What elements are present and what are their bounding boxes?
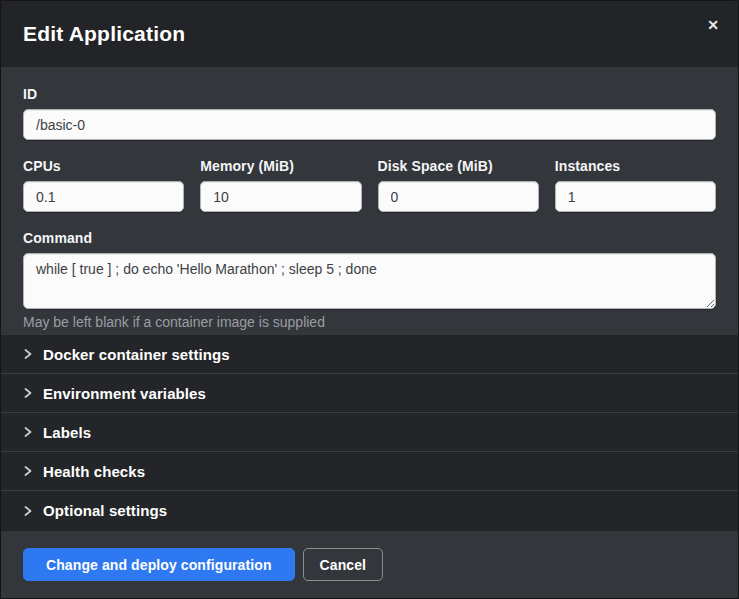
memory-label: Memory (MiB) [200, 158, 361, 174]
disk-input[interactable] [378, 181, 539, 212]
application-form: ID CPUs Memory (MiB) Disk Space (MiB) In… [1, 67, 738, 335]
section-labels[interactable]: Labels [1, 413, 738, 452]
section-optional-settings[interactable]: Optional settings [1, 491, 738, 530]
section-docker-container-settings[interactable]: Docker container settings [1, 335, 738, 374]
command-help-text: May be left blank if a container image i… [23, 314, 716, 330]
cpus-label: CPUs [23, 158, 184, 174]
edit-application-modal: Edit Application ✕ ID CPUs Memory (MiB) … [0, 0, 739, 599]
disk-label: Disk Space (MiB) [378, 158, 539, 174]
instances-field-group: Instances [555, 158, 716, 212]
disk-field-group: Disk Space (MiB) [378, 158, 539, 212]
chevron-right-icon [23, 388, 33, 398]
cancel-button[interactable]: Cancel [303, 548, 384, 581]
cpus-field-group: CPUs [23, 158, 184, 212]
modal-footer: Change and deploy configuration Cancel [1, 531, 738, 598]
id-input[interactable] [23, 109, 716, 140]
resources-row: CPUs Memory (MiB) Disk Space (MiB) Insta… [23, 158, 716, 212]
command-label: Command [23, 230, 716, 246]
section-label: Docker container settings [43, 346, 230, 363]
section-health-checks[interactable]: Health checks [1, 452, 738, 491]
section-label: Health checks [43, 463, 145, 480]
chevron-right-icon [23, 466, 33, 476]
cpus-input[interactable] [23, 181, 184, 212]
chevron-right-icon [23, 349, 33, 359]
section-label: Optional settings [43, 502, 167, 519]
close-icon[interactable]: ✕ [703, 14, 723, 36]
command-field-group: Command while [ true ] ; do echo 'Hello … [23, 230, 716, 330]
chevron-right-icon [23, 427, 33, 437]
accordion-sections: Docker container settings Environment va… [1, 335, 738, 531]
instances-label: Instances [555, 158, 716, 174]
chevron-right-icon [23, 506, 33, 516]
id-field-group: ID [23, 86, 716, 140]
section-label: Labels [43, 424, 91, 441]
id-label: ID [23, 86, 716, 102]
section-label: Environment variables [43, 385, 206, 402]
instances-input[interactable] [555, 181, 716, 212]
memory-field-group: Memory (MiB) [200, 158, 361, 212]
modal-header: Edit Application ✕ [1, 1, 738, 67]
change-and-deploy-button[interactable]: Change and deploy configuration [23, 548, 295, 581]
section-environment-variables[interactable]: Environment variables [1, 374, 738, 413]
command-textarea[interactable]: while [ true ] ; do echo 'Hello Marathon… [23, 253, 716, 309]
page-title: Edit Application [23, 22, 185, 46]
memory-input[interactable] [200, 181, 361, 212]
